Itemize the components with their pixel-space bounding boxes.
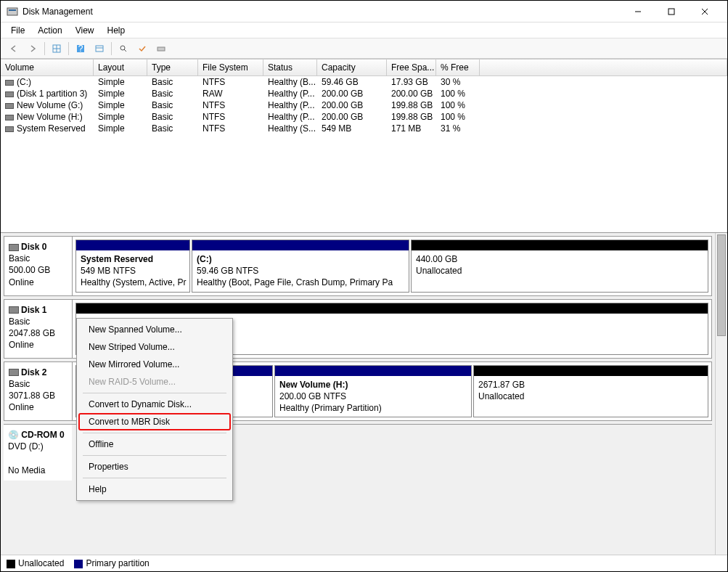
ctx-new-mirrored-volume[interactable]: New Mirrored Volume...: [78, 356, 231, 373]
partition-status: Healthy (System, Active, Pr: [81, 277, 185, 288]
partition-size: 440.00 GB: [416, 253, 703, 265]
volume-list-header: Volume Layout Type File System Status Ca…: [1, 59, 727, 76]
volume-icon: [5, 80, 14, 86]
svg-rect-1: [9, 9, 16, 11]
volume-row[interactable]: (C:)SimpleBasicNTFSHealthy (B...59.46 GB…: [1, 76, 727, 88]
menu-file[interactable]: File: [5, 24, 30, 37]
partition-status: Unallocated: [478, 391, 703, 402]
toolbar: ?: [1, 38, 727, 59]
disk-state: Online: [9, 339, 68, 351]
ctx-convert-dynamic[interactable]: Convert to Dynamic Disk...: [78, 396, 231, 413]
partition-bar: [474, 366, 708, 376]
disk-info-1[interactable]: Disk 1 Basic 2047.88 GB Online: [4, 300, 73, 358]
col-layout[interactable]: Layout: [94, 60, 147, 75]
partition-unallocated-0[interactable]: 440.00 GBUnallocated: [411, 240, 708, 293]
disk-name: Disk 1: [21, 305, 46, 315]
disk-icon: [9, 244, 19, 251]
toolbar-grid-icon[interactable]: [48, 41, 65, 57]
vertical-scrollbar[interactable]: [715, 233, 727, 555]
scrollbar-thumb[interactable]: [717, 234, 726, 336]
col-pctfree[interactable]: % Free: [436, 60, 480, 75]
volume-row[interactable]: (Disk 1 partition 3)SimpleBasicRAWHealth…: [1, 88, 727, 99]
partition-c-drive[interactable]: (C:)59.46 GB NTFSHealthy (Boot, Page Fil…: [192, 240, 409, 293]
svg-rect-0: [7, 8, 17, 15]
partition-status: Unallocated: [416, 265, 703, 277]
partition-title: System Reserved: [81, 253, 185, 265]
col-freespace[interactable]: Free Spa...: [387, 60, 436, 75]
toolbar-check-icon[interactable]: [134, 41, 151, 57]
col-spacer: [480, 60, 727, 75]
disk-info-0[interactable]: Disk 0 Basic 500.00 GB Online: [4, 237, 73, 295]
disk-type: DVD (D:): [8, 441, 68, 452]
disk-size: 2047.88 GB: [9, 327, 68, 339]
ctx-separator: [83, 393, 226, 393]
ctx-help[interactable]: Help: [78, 481, 231, 498]
col-capacity[interactable]: Capacity: [317, 60, 387, 75]
partition-bar: [76, 240, 189, 250]
ctx-new-raid5-volume: New RAID-5 Volume...: [78, 373, 231, 391]
ctx-offline[interactable]: Offline: [78, 436, 231, 453]
help-icon[interactable]: ?: [72, 41, 89, 57]
col-volume[interactable]: Volume: [1, 60, 94, 75]
menu-action[interactable]: Action: [32, 24, 68, 37]
col-type[interactable]: Type: [147, 60, 198, 75]
close-button[interactable]: [688, 1, 721, 23]
volume-row[interactable]: New Volume (H:)SimpleBasicNTFSHealthy (P…: [1, 111, 727, 123]
disk-info-cdrom[interactable]: 💿 CD-ROM 0 DVD (D:) No Media: [4, 425, 72, 481]
ctx-separator: [83, 478, 226, 478]
volume-list: Volume Layout Type File System Status Ca…: [1, 59, 727, 233]
partition-size: 59.46 GB NTFS: [197, 265, 404, 277]
disk-size: 500.00 GB: [9, 264, 68, 276]
disk-info-2[interactable]: Disk 2 Basic 3071.88 GB Online: [4, 362, 73, 421]
cdrom-icon: 💿: [8, 430, 19, 440]
title-bar: Disk Management: [1, 1, 727, 23]
legend-primary-swatch: [74, 560, 83, 568]
disk-type: Basic: [9, 253, 68, 264]
svg-rect-15: [158, 47, 165, 51]
graphical-view: Disk 0 Basic 500.00 GB Online System Res…: [1, 233, 715, 555]
volume-icon: [5, 126, 14, 132]
volume-row[interactable]: System ReservedSimpleBasicNTFSHealthy (S…: [1, 123, 727, 134]
legend-unallocated-label: Unallocated: [18, 558, 64, 568]
menu-view[interactable]: View: [70, 24, 100, 37]
toolbar-separator: [44, 42, 45, 55]
maximize-button[interactable]: [655, 1, 688, 23]
svg-rect-3: [668, 9, 674, 15]
ctx-convert-mbr[interactable]: Convert to MBR Disk: [78, 413, 231, 430]
menu-help[interactable]: Help: [102, 24, 131, 37]
partition-strip-0: System Reserved549 MB NTFSHealthy (Syste…: [73, 237, 711, 295]
toolbar-search-icon[interactable]: [115, 41, 132, 57]
disk-icon: [9, 369, 19, 376]
disk-row-0: Disk 0 Basic 500.00 GB Online System Res…: [4, 236, 712, 296]
ctx-new-striped-volume[interactable]: New Striped Volume...: [78, 338, 231, 356]
menu-bar: File Action View Help: [1, 23, 727, 38]
disk-name: Disk 0: [21, 242, 46, 252]
app-icon: [7, 6, 18, 17]
toolbar-disk-icon[interactable]: [152, 41, 170, 57]
col-status[interactable]: Status: [263, 60, 317, 75]
disk-size: 3071.88 GB: [9, 390, 68, 401]
forward-button[interactable]: [24, 41, 41, 57]
toolbar-list-icon[interactable]: [91, 41, 108, 57]
volume-icon: [5, 115, 14, 120]
partition-system-reserved[interactable]: System Reserved549 MB NTFSHealthy (Syste…: [75, 240, 190, 293]
volume-icon: [5, 103, 14, 109]
ctx-new-spanned-volume[interactable]: New Spanned Volume...: [78, 321, 231, 338]
disk-type: Basic: [9, 316, 68, 327]
partition-new-volume-h[interactable]: New Volume (H:)200.00 GB NTFSHealthy (Pr…: [274, 365, 472, 418]
col-filesystem[interactable]: File System: [198, 60, 263, 75]
legend-primary-label: Primary partition: [86, 558, 149, 568]
svg-text:?: ?: [78, 44, 83, 54]
back-button[interactable]: [5, 41, 23, 57]
partition-status: Healthy (Primary Partition): [279, 402, 467, 414]
partition-unallocated-2[interactable]: 2671.87 GBUnallocated: [473, 365, 708, 418]
svg-rect-11: [96, 46, 103, 52]
partition-title: (C:): [197, 253, 404, 265]
partition-bar: [192, 240, 409, 250]
ctx-properties[interactable]: Properties: [78, 458, 231, 475]
minimize-button[interactable]: [621, 1, 655, 23]
graphical-view-wrapper: Disk 0 Basic 500.00 GB Online System Res…: [1, 233, 727, 555]
disk-type: Basic: [9, 378, 68, 390]
svg-line-14: [124, 49, 126, 52]
volume-row[interactable]: New Volume (G:)SimpleBasicNTFSHealthy (P…: [1, 99, 727, 111]
